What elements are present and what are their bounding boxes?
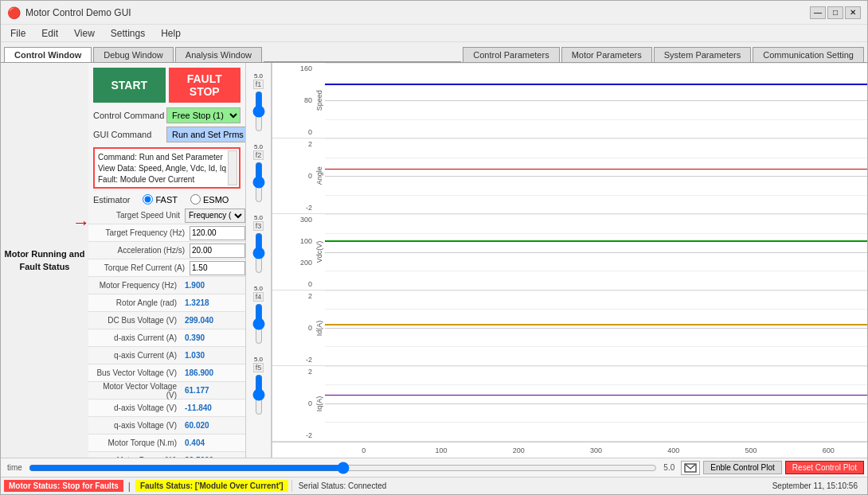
zero-line — [325, 100, 867, 101]
x-tick: 600 — [790, 446, 867, 454]
param-row: q-axis Current (A)1.030 — [88, 347, 245, 364]
tab-system-parameters[interactable]: System Parameters — [654, 47, 752, 62]
status-divider1: | — [127, 481, 132, 492]
tab-analysis-window[interactable]: Analysis Window — [175, 47, 262, 62]
tab-debug-window[interactable]: Debug Window — [93, 47, 174, 62]
window-controls[interactable]: — □ ✕ — [810, 6, 861, 19]
x-tick: 300 — [557, 446, 635, 454]
time-slider[interactable] — [29, 465, 657, 471]
slider-input-f4[interactable] — [252, 303, 265, 345]
param-value: 1.3218 — [182, 298, 245, 307]
slider-value-f4: 5.0 — [254, 285, 263, 292]
plot-controls-row: time 5.0 Enble Control Plot Reset Contro… — [1, 458, 867, 477]
param-input[interactable] — [190, 226, 245, 240]
param-name: Bus Vector Voltage (V) — [88, 368, 182, 377]
fast-radio[interactable] — [143, 194, 153, 205]
x-axis-label: time — [4, 463, 25, 472]
action-buttons-row: START FAULT STOP — [88, 63, 245, 106]
menu-help[interactable]: Help — [158, 26, 184, 41]
y-title-Speed: Speed — [314, 63, 325, 138]
tab-control-parameters[interactable]: Control Parameters — [463, 47, 559, 62]
y-max-label: 300 — [300, 216, 312, 224]
grid-line — [325, 422, 867, 423]
control-command-select[interactable]: Free Stop (1) — [166, 107, 240, 123]
start-button[interactable]: START — [93, 68, 166, 103]
control-command-label: Control Command — [93, 111, 166, 120]
param-select[interactable]: Frequency (H ▼ — [185, 209, 245, 223]
slider-group-f3: 5.0f3 — [252, 212, 265, 274]
esmo-label: ESMO — [203, 195, 229, 205]
param-value[interactable] — [190, 226, 245, 240]
plot-section-speed: 160800Speed — [272, 63, 867, 138]
motor-status-badge: Motor Status: Stop for Faults — [4, 480, 123, 492]
y-labels-1: 20-2 — [272, 138, 314, 213]
command-scrollbar[interactable] — [228, 150, 237, 185]
plot-section-id(a): 20-2Id(A) — [272, 290, 867, 366]
minimize-button[interactable]: — — [810, 6, 826, 19]
enable-plot-button[interactable]: Enble Control Plot — [703, 461, 782, 474]
command-text: Command: Run and Set Parameter View Data… — [98, 152, 236, 185]
fault-stop-button[interactable]: FAULT STOP — [169, 68, 241, 103]
x-tick: 0 — [325, 446, 402, 454]
slider-input-f3[interactable] — [252, 232, 265, 274]
param-row: Rotor Angle (rad)1.3218 — [88, 294, 245, 312]
param-input[interactable] — [190, 244, 245, 258]
menu-edit[interactable]: Edit — [38, 26, 61, 41]
envelope-icon[interactable] — [681, 461, 700, 475]
esmo-radio-label[interactable]: ESMO — [190, 194, 229, 205]
grid-line — [325, 346, 867, 347]
param-row: Torque Ref Current (A) — [88, 259, 245, 277]
param-name: Acceleration (Hz/s) — [88, 246, 190, 255]
slider-label-f5: f5 — [253, 363, 264, 372]
grid-line — [325, 384, 867, 385]
param-row: d-axis Voltage (V)-11.840 — [88, 400, 245, 417]
param-row: Motor Vector Voltage (V)61.177 — [88, 382, 245, 400]
title-bar-left: 🔴 Motor Control Demo GUI — [7, 6, 131, 19]
tab-communication-setting[interactable]: Communication Setting — [753, 47, 864, 62]
plot-canvas-2 — [325, 214, 867, 289]
param-value: 186.900 — [182, 368, 245, 377]
menu-view[interactable]: View — [71, 26, 98, 41]
fault-status-badge: Faults Status: ['Module Over Current'] — [135, 480, 288, 492]
gui-command-select[interactable]: Run and Set Prms (A7 — [166, 127, 246, 142]
menu-file[interactable]: File — [7, 26, 29, 41]
y-labels-3: 20-2 — [272, 290, 314, 365]
fast-radio-label[interactable]: FAST — [143, 194, 178, 205]
x-tick: 100 — [402, 446, 479, 454]
tab-motor-parameters[interactable]: Motor Parameters — [561, 47, 652, 62]
plot-canvas-1 — [325, 138, 867, 213]
sliders-col: 5.0f15.0f25.0f35.0f45.0f5 — [246, 63, 272, 458]
tab-control-window[interactable]: Control Window — [4, 47, 92, 62]
close-button[interactable]: ✕ — [845, 6, 861, 19]
slider-input-f5[interactable] — [252, 374, 265, 415]
esmo-radio[interactable] — [190, 194, 201, 205]
slider-input-f1[interactable] — [252, 91, 265, 132]
control-panel: START FAULT STOP Control Command Free St… — [88, 63, 246, 458]
reset-plot-button[interactable]: Reset Control Plot — [785, 461, 864, 474]
param-row: Acceleration (Hz/s) — [88, 242, 245, 259]
param-input[interactable] — [190, 261, 245, 275]
maximize-button[interactable]: □ — [827, 6, 843, 19]
control-command-row: Control Command Free Stop (1) — [93, 107, 240, 123]
slider-value-f3: 5.0 — [254, 214, 263, 221]
menu-settings[interactable]: Settings — [108, 26, 148, 41]
param-name: d-axis Current (A) — [88, 333, 182, 342]
param-name: Target Speed Unit — [88, 211, 185, 220]
slider-label-f1: f1 — [253, 80, 264, 89]
gui-command-label: GUI Command — [93, 130, 166, 139]
zero-line — [325, 176, 867, 177]
slider-input-f2[interactable] — [252, 162, 265, 203]
param-value[interactable] — [190, 261, 245, 275]
grid-line — [325, 158, 867, 158]
grid-line — [325, 233, 867, 234]
grid-line — [325, 271, 867, 271]
plot-section-iq(a): 20-2Iq(A) — [272, 366, 867, 442]
plot-line-4-0 — [325, 395, 867, 396]
param-name: Motor Vector Voltage (V) — [88, 382, 182, 400]
main-content: Motor Running and Fault Status → START F… — [1, 63, 867, 458]
param-row: d-axis Current (A)0.390 — [88, 329, 245, 347]
y-max-label: 160 — [300, 64, 312, 72]
param-value[interactable]: Frequency (H ▼ — [185, 209, 245, 223]
zero-line — [325, 252, 867, 253]
param-value[interactable] — [190, 244, 245, 258]
